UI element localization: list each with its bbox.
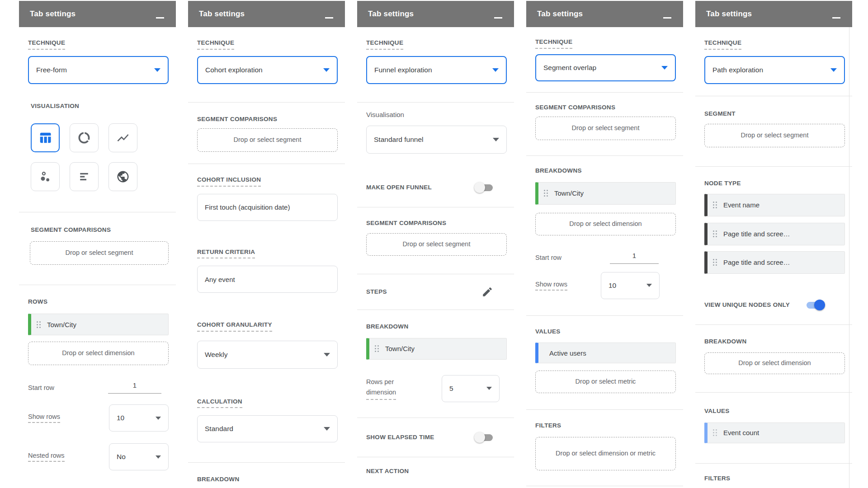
rows-label: ROWS xyxy=(28,298,169,306)
dimension-drop-zone[interactable]: Drop or select dimension xyxy=(535,213,676,235)
divider xyxy=(188,102,345,103)
segment-comparisons-label: SEGMENT COMPARISONS xyxy=(31,226,169,234)
technique-select[interactable]: Free-form xyxy=(28,56,169,84)
row-dimension-chip[interactable]: Town/City xyxy=(28,314,169,335)
return-criteria-value: Any event xyxy=(205,276,235,283)
filters-label: FILTERS xyxy=(704,474,845,483)
technique-value: Segment overlap xyxy=(543,64,596,72)
make-open-funnel-toggle[interactable] xyxy=(474,182,495,193)
segment-drop-zone[interactable]: Drop or select segment xyxy=(535,117,676,140)
viz-donut-button[interactable] xyxy=(70,123,99,152)
divider xyxy=(357,457,514,457)
drag-handle-icon xyxy=(712,258,717,266)
start-row-label: Start row xyxy=(535,254,561,261)
divider xyxy=(695,324,852,325)
metric-drop-zone[interactable]: Drop or select metric xyxy=(535,371,676,393)
show-elapsed-time-label: SHOW ELAPSED TIME xyxy=(366,433,434,441)
technique-select[interactable]: Funnel exploration xyxy=(366,56,507,84)
viz-line-chart-button[interactable] xyxy=(108,123,137,152)
cohort-granularity-select[interactable]: Weekly xyxy=(197,341,338,369)
funnel-visualisation-select[interactable]: Standard funnel xyxy=(366,126,507,154)
panel-header: Tab settings xyxy=(526,1,683,27)
tab-settings-panel-freeform: Tab settings TECHNIQUE Free-form VISUALI… xyxy=(19,1,176,470)
technique-select[interactable]: Cohort exploration xyxy=(197,56,338,84)
start-row-input[interactable]: 1 xyxy=(610,252,659,264)
viz-geo-map-button[interactable] xyxy=(108,162,137,191)
breakdown-label: BREAKDOWN xyxy=(366,323,507,331)
technique-label: TECHNIQUE xyxy=(535,38,676,49)
filter-drop-zone[interactable]: Drop or select dimension or metric xyxy=(535,437,676,470)
technique-select[interactable]: Path exploration xyxy=(704,56,845,84)
visualisation-picker xyxy=(31,123,169,191)
caret-down-icon xyxy=(646,284,652,287)
next-action-label: NEXT ACTION xyxy=(366,467,507,475)
panel-title: Tab settings xyxy=(706,9,752,19)
segment-drop-zone[interactable]: Drop or select segment xyxy=(197,128,338,152)
viz-table-button[interactable] xyxy=(31,123,60,152)
view-unique-nodes-toggle[interactable] xyxy=(804,299,825,311)
breakdown-label: BREAKDOWN xyxy=(197,475,338,483)
value-metric-chip[interactable]: Event count xyxy=(704,422,845,443)
calculation-select[interactable]: Standard xyxy=(197,415,338,442)
segment-drop-zone[interactable]: Drop or select segment xyxy=(30,241,169,265)
show-elapsed-time-toggle[interactable] xyxy=(474,432,495,443)
technique-label: TECHNIQUE xyxy=(28,39,169,50)
caret-down-icon xyxy=(324,427,330,431)
rows-per-dimension-select[interactable]: 5 xyxy=(442,375,500,402)
minimize-icon[interactable] xyxy=(325,17,333,19)
donut-chart-icon xyxy=(77,131,91,145)
start-row-input[interactable]: 1 xyxy=(108,381,161,394)
technique-value: Path exploration xyxy=(712,66,763,74)
cohort-granularity-label: COHORT GRANULARITY xyxy=(197,321,338,332)
nested-rows-value: No xyxy=(117,453,126,461)
divider xyxy=(357,207,514,207)
drag-handle-icon xyxy=(543,189,548,197)
segment-drop-zone[interactable]: Drop or select segment xyxy=(366,233,507,256)
minimize-icon[interactable] xyxy=(663,17,671,19)
panel-header: Tab settings xyxy=(357,1,514,27)
start-row-label: Start row xyxy=(28,384,54,391)
granularity-value: Weekly xyxy=(205,351,228,359)
panel-header: Tab settings xyxy=(188,1,345,27)
dimension-drop-zone[interactable]: Drop or select dimension xyxy=(28,342,169,365)
divider xyxy=(695,463,852,464)
return-criteria-select[interactable]: Any event xyxy=(197,266,338,293)
viz-bar-list-button[interactable] xyxy=(70,162,99,191)
dimension-drop-zone[interactable]: Drop or select dimension xyxy=(704,352,845,374)
divider xyxy=(526,315,683,316)
chip-label: Page title and scree… xyxy=(723,230,790,238)
node-type-chip[interactable]: Page title and scree… xyxy=(704,223,845,245)
node-type-chip[interactable]: Event name xyxy=(704,194,845,216)
minimize-icon[interactable] xyxy=(832,17,840,19)
show-rows-label: Show rows xyxy=(535,281,567,291)
viz-scatter-button[interactable] xyxy=(31,162,60,191)
minimize-icon[interactable] xyxy=(494,17,502,19)
node-type-label: NODE TYPE xyxy=(704,179,845,188)
minimize-icon[interactable] xyxy=(156,17,164,19)
show-rows-select[interactable]: 10 xyxy=(601,272,660,299)
divider xyxy=(357,310,514,310)
breakdown-dimension-chip[interactable]: Town/City xyxy=(366,338,507,360)
divider xyxy=(526,155,683,156)
cohort-inclusion-select[interactable]: First touch (acquisition date) xyxy=(197,194,338,221)
drag-handle-icon xyxy=(374,345,379,352)
breakdown-dimension-chip[interactable]: Town/City xyxy=(535,182,676,205)
panel-header: Tab settings xyxy=(695,1,852,27)
values-label: VALUES xyxy=(535,328,676,336)
tab-settings-panel-path: Tab settings TECHNIQUE Path exploration … xyxy=(695,1,852,482)
nested-rows-select[interactable]: No xyxy=(109,443,169,470)
rows-per-dimension-value: 5 xyxy=(449,385,453,393)
value-metric-chip[interactable]: Active users xyxy=(535,343,676,363)
segment-drop-zone[interactable]: Drop or select segment xyxy=(704,124,845,147)
table-icon xyxy=(38,131,52,145)
segment-comparisons-label: SEGMENT COMPARISONS xyxy=(197,115,338,123)
calculation-label: CALCULATION xyxy=(197,398,338,408)
show-rows-select[interactable]: 10 xyxy=(109,404,169,432)
edit-steps-button[interactable] xyxy=(481,286,493,298)
node-type-chip[interactable]: Page title and scree… xyxy=(704,251,845,274)
panel-header: Tab settings xyxy=(19,1,176,27)
segment-comparisons-label: SEGMENT COMPARISONS xyxy=(535,103,676,112)
caret-down-icon xyxy=(493,138,499,141)
values-label: VALUES xyxy=(704,407,845,415)
technique-select[interactable]: Segment overlap xyxy=(535,54,676,81)
